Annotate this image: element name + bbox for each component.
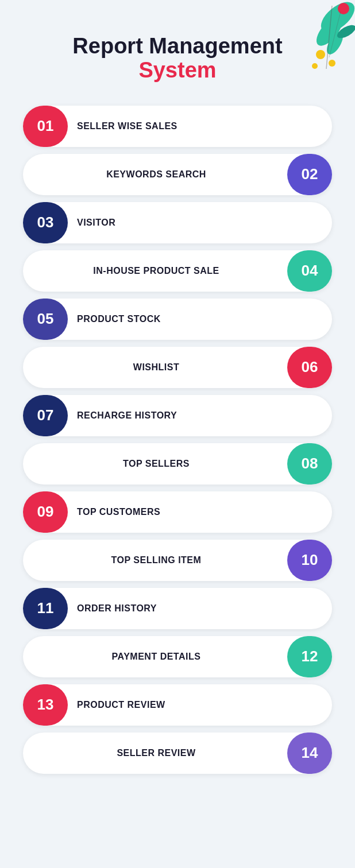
menu-label-14: SELLER REVIEW: [34, 748, 278, 758]
menu-item-11[interactable]: 11 ORDER HISTORY: [23, 588, 332, 629]
menu-item-08[interactable]: TOP SELLERS 08: [23, 443, 332, 485]
badge-01: 01: [23, 106, 68, 147]
badge-13: 13: [23, 684, 68, 726]
menu-label-10: TOP SELLING ITEM: [34, 555, 278, 565]
badge-04: 04: [287, 250, 332, 292]
menu-item-14[interactable]: SELLER REVIEW 14: [23, 733, 332, 774]
badge-02: 02: [287, 154, 332, 195]
menu-label-03: VISITOR: [77, 218, 115, 228]
badge-12: 12: [287, 636, 332, 677]
menu-label-11: ORDER HISTORY: [77, 603, 157, 614]
menu-item-07[interactable]: 07 RECHARGE HISTORY: [23, 395, 332, 436]
menu-label-07: RECHARGE HISTORY: [77, 410, 177, 421]
badge-06: 06: [287, 347, 332, 388]
badge-14: 14: [287, 733, 332, 774]
menu-item-02[interactable]: KEYWORDS SEARCH 02: [23, 154, 332, 195]
badge-05: 05: [23, 299, 68, 340]
menu-label-09: TOP CUSTOMERS: [77, 507, 160, 517]
menu-label-01: SELLER WISE SALES: [77, 121, 178, 131]
menu-item-12[interactable]: PAYMENT DETAILS 12: [23, 636, 332, 677]
menu-label-13: PRODUCT REVIEW: [77, 700, 165, 710]
badge-08: 08: [287, 443, 332, 485]
menu-label-04: IN-HOUSE PRODUCT SALE: [34, 266, 278, 276]
menu-item-06[interactable]: WISHLIST 06: [23, 347, 332, 388]
badge-09: 09: [23, 491, 68, 533]
menu-label-08: TOP SELLERS: [34, 459, 278, 469]
badge-10: 10: [287, 540, 332, 581]
badge-07: 07: [23, 395, 68, 436]
header-title-line1: Report Management: [11, 34, 344, 59]
menu-item-01[interactable]: 01 SELLER WISE SALES: [23, 106, 332, 147]
menu-list: 01 SELLER WISE SALES KEYWORDS SEARCH 02 …: [0, 100, 355, 797]
menu-item-05[interactable]: 05 PRODUCT STOCK: [23, 299, 332, 340]
page-header: Report Management System: [0, 0, 355, 100]
menu-label-05: PRODUCT STOCK: [77, 314, 161, 324]
menu-label-02: KEYWORDS SEARCH: [34, 169, 278, 180]
menu-item-09[interactable]: 09 TOP CUSTOMERS: [23, 491, 332, 533]
menu-label-06: WISHLIST: [34, 362, 278, 373]
menu-label-12: PAYMENT DETAILS: [34, 652, 278, 662]
badge-11: 11: [23, 588, 68, 629]
menu-item-10[interactable]: TOP SELLING ITEM 10: [23, 540, 332, 581]
badge-03: 03: [23, 202, 68, 243]
menu-item-04[interactable]: IN-HOUSE PRODUCT SALE 04: [23, 250, 332, 292]
menu-item-03[interactable]: 03 VISITOR: [23, 202, 332, 243]
menu-item-13[interactable]: 13 PRODUCT REVIEW: [23, 684, 332, 726]
header-title-line2: System: [11, 59, 344, 83]
